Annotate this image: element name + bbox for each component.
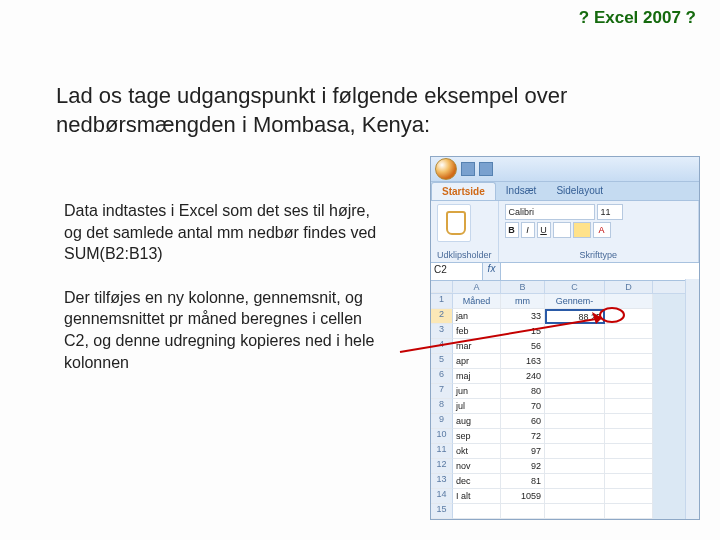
tab-sidelayout[interactable]: Sidelayout	[546, 182, 613, 200]
name-box[interactable]: C2	[431, 263, 483, 280]
intro-text: Lad os tage udgangspunkt i følgende ekse…	[56, 82, 664, 139]
clipboard-label: Udklipsholder	[437, 250, 492, 260]
bold-button[interactable]: B	[505, 222, 519, 238]
border-button[interactable]	[553, 222, 571, 238]
ribbon: Udklipsholder Calibri 11 B I U A Skriftt…	[431, 201, 699, 263]
office-button[interactable]	[435, 158, 457, 180]
select-all[interactable]	[431, 281, 453, 293]
italic-button[interactable]: I	[521, 222, 535, 238]
qat-save-icon[interactable]	[461, 162, 475, 176]
font-size-field[interactable]: 11	[597, 204, 623, 220]
qat-undo-icon[interactable]	[479, 162, 493, 176]
formula-input[interactable]	[501, 263, 699, 280]
ribbon-tabs: Startside Indsæt Sidelayout	[431, 181, 699, 201]
underline-button[interactable]: U	[537, 222, 551, 238]
fx-icon[interactable]: fx	[483, 263, 501, 280]
ribbon-group-clipboard: Udklipsholder	[431, 201, 499, 262]
fontgroup-label: Skrifttype	[505, 250, 692, 260]
vertical-scrollbar[interactable]	[685, 279, 699, 519]
grid: A B C D 1MånedmmGennem-2jan3388.253feb15…	[431, 281, 699, 519]
column-headers: A B C D	[431, 281, 699, 294]
col-A[interactable]: A	[453, 281, 501, 293]
paragraph-1: Data indtastes i Excel som det ses til h…	[64, 200, 384, 265]
page-header: ? Excel 2007 ?	[579, 8, 696, 28]
font-color-button[interactable]: A	[593, 222, 611, 238]
formula-bar: C2 fx	[431, 263, 699, 281]
excel-titlebar	[431, 157, 699, 181]
font-name-field[interactable]: Calibri	[505, 204, 595, 220]
fill-color-button[interactable]	[573, 222, 591, 238]
tab-indsaet[interactable]: Indsæt	[496, 182, 547, 200]
col-B[interactable]: B	[501, 281, 545, 293]
paste-button[interactable]	[437, 204, 471, 242]
tab-startside[interactable]: Startside	[431, 182, 496, 200]
body-text: Data indtastes i Excel som det ses til h…	[64, 200, 384, 395]
col-C[interactable]: C	[545, 281, 605, 293]
col-D[interactable]: D	[605, 281, 653, 293]
excel-window: Startside Indsæt Sidelayout Udklipsholde…	[430, 156, 700, 520]
paragraph-2: Der tilføjes en ny kolonne, gennemsnit, …	[64, 287, 384, 373]
ribbon-group-font: Calibri 11 B I U A Skrifttype	[499, 201, 699, 262]
